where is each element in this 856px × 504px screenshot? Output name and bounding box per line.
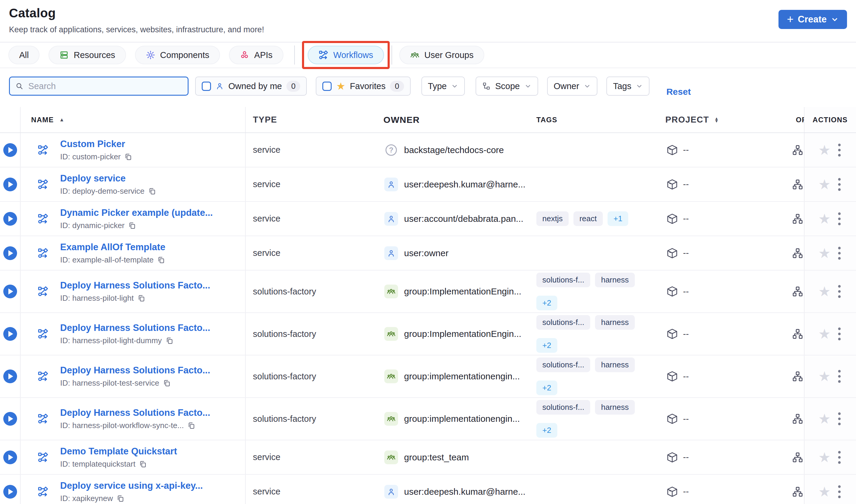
tab-all[interactable]: All	[8, 46, 39, 64]
row-menu-kebab-icon[interactable]	[837, 212, 842, 226]
header-name[interactable]: NAME ▲	[21, 107, 246, 132]
workflow-name-link[interactable]: Deploy service	[60, 173, 156, 184]
sitemap-icon[interactable]	[792, 179, 803, 190]
row-menu-kebab-icon[interactable]	[837, 177, 842, 192]
tag-chip[interactable]: solutions-f...	[536, 315, 590, 330]
favorite-star-icon[interactable]: ★	[818, 327, 831, 341]
sitemap-icon[interactable]	[792, 248, 803, 259]
search-input[interactable]	[28, 81, 182, 91]
favorites-filter[interactable]: ★ Favorites 0	[316, 76, 410, 96]
sitemap-icon[interactable]	[792, 286, 803, 297]
favorite-star-icon[interactable]: ★	[818, 143, 831, 157]
tag-chip[interactable]: react	[573, 211, 603, 226]
sitemap-icon[interactable]	[792, 328, 803, 340]
sitemap-icon[interactable]	[792, 413, 803, 425]
name-block: Example AllOf Template ID: example-all-o…	[60, 242, 165, 265]
favorite-star-icon[interactable]: ★	[818, 485, 831, 499]
tab-apis[interactable]: APIs	[229, 46, 283, 64]
run-workflow-button[interactable]	[3, 327, 17, 341]
row-menu-kebab-icon[interactable]	[837, 143, 842, 157]
copy-icon[interactable]	[163, 379, 171, 387]
more-tags-chip[interactable]: +2	[536, 338, 557, 353]
sitemap-icon[interactable]	[792, 213, 803, 224]
sitemap-icon[interactable]	[792, 452, 803, 463]
favorite-star-icon[interactable]: ★	[818, 370, 831, 383]
favorite-star-icon[interactable]: ★	[818, 450, 831, 464]
workflow-name-link[interactable]: Deploy Harness Solutions Facto...	[60, 323, 210, 333]
copy-icon[interactable]	[116, 494, 124, 503]
workflow-id: ID: deploy-demo-service	[60, 186, 144, 196]
type-dropdown[interactable]: Type	[422, 76, 465, 96]
favorite-star-icon[interactable]: ★	[818, 246, 831, 260]
workflow-name-link[interactable]: Deploy Harness Solutions Facto...	[60, 365, 210, 376]
tab-user-groups[interactable]: User Groups	[399, 46, 484, 64]
more-tags-chip[interactable]: +2	[536, 423, 557, 438]
workflow-name-link[interactable]: Deploy Harness Solutions Facto...	[60, 408, 210, 418]
workflow-name-link[interactable]: Deploy Harness Solutions Facto...	[60, 280, 210, 291]
run-workflow-button[interactable]	[3, 178, 17, 191]
more-tags-chip[interactable]: +2	[536, 380, 557, 395]
copy-icon[interactable]	[166, 337, 174, 345]
run-workflow-button[interactable]	[3, 412, 17, 426]
tab-resources[interactable]: Resources	[49, 46, 126, 64]
workflow-name-link[interactable]: Dynamic Picker example (update...	[60, 208, 213, 218]
tag-chip[interactable]: harness	[595, 315, 635, 330]
owned-by-me-checkbox[interactable]	[202, 82, 211, 91]
run-workflow-button[interactable]	[3, 246, 17, 260]
tag-chip[interactable]: solutions-f...	[536, 400, 590, 415]
run-workflow-button[interactable]	[3, 370, 17, 383]
sitemap-icon[interactable]	[792, 486, 803, 498]
header-project[interactable]: PROJECT ▲▼	[658, 107, 790, 132]
sitemap-icon[interactable]	[792, 144, 803, 156]
row-menu-kebab-icon[interactable]	[837, 284, 842, 299]
run-workflow-button[interactable]	[3, 485, 17, 499]
favorites-checkbox[interactable]	[322, 82, 332, 91]
row-menu-kebab-icon[interactable]	[837, 450, 842, 465]
more-tags-chip[interactable]: +2	[536, 296, 557, 310]
owner-value: group:test_team	[404, 452, 469, 463]
copy-icon[interactable]	[137, 294, 145, 302]
workflow-name-link[interactable]: Demo Template Quickstart	[60, 446, 177, 457]
create-button[interactable]: + Create	[778, 10, 847, 29]
favorite-star-icon[interactable]: ★	[818, 412, 831, 426]
workflow-name-link[interactable]: Example AllOf Template	[60, 242, 165, 253]
tag-chip[interactable]: harness	[595, 358, 635, 372]
sitemap-icon[interactable]	[792, 371, 803, 382]
copy-icon[interactable]	[124, 153, 132, 161]
run-workflow-button[interactable]	[3, 143, 17, 157]
favorite-star-icon[interactable]: ★	[818, 285, 831, 298]
copy-icon[interactable]	[139, 460, 147, 468]
row-menu-kebab-icon[interactable]	[837, 327, 842, 341]
tag-chip[interactable]: solutions-f...	[536, 273, 590, 287]
favorite-star-icon[interactable]: ★	[818, 212, 831, 226]
run-workflow-button[interactable]	[3, 212, 17, 226]
header-tags-label: TAGS	[536, 116, 557, 124]
copy-icon[interactable]	[187, 421, 195, 430]
workflow-name-link[interactable]: Deploy service using x-api-key...	[60, 480, 203, 491]
row-menu-kebab-icon[interactable]	[837, 369, 842, 383]
copy-icon[interactable]	[128, 221, 136, 230]
run-workflow-button[interactable]	[3, 450, 17, 464]
tag-chip[interactable]: harness	[595, 273, 635, 287]
row-menu-kebab-icon[interactable]	[837, 412, 842, 426]
copy-icon[interactable]	[148, 187, 156, 195]
copy-icon[interactable]	[157, 256, 165, 264]
run-workflow-button[interactable]	[3, 285, 17, 298]
tag-chip[interactable]: harness	[595, 400, 635, 415]
project-cell: --	[658, 313, 790, 355]
tag-chip[interactable]: nextjs	[536, 211, 569, 226]
tab-components[interactable]: Components	[135, 46, 220, 64]
owned-by-me-filter[interactable]: Owned by me 0	[195, 76, 307, 96]
row-menu-kebab-icon[interactable]	[837, 485, 842, 499]
package-icon	[666, 286, 678, 298]
tag-chip[interactable]: solutions-f...	[536, 358, 590, 372]
row-menu-kebab-icon[interactable]	[837, 246, 842, 260]
tags-dropdown[interactable]: Tags	[606, 76, 650, 96]
reset-filters-link[interactable]: Reset	[666, 82, 691, 101]
tab-workflows[interactable]: Workflows	[308, 46, 384, 64]
favorite-star-icon[interactable]: ★	[818, 178, 831, 191]
workflow-name-link[interactable]: Custom Picker	[60, 139, 132, 149]
owner-dropdown[interactable]: Owner	[547, 76, 597, 96]
more-tags-chip[interactable]: +1	[607, 211, 629, 226]
scope-dropdown[interactable]: Scope	[476, 76, 538, 96]
